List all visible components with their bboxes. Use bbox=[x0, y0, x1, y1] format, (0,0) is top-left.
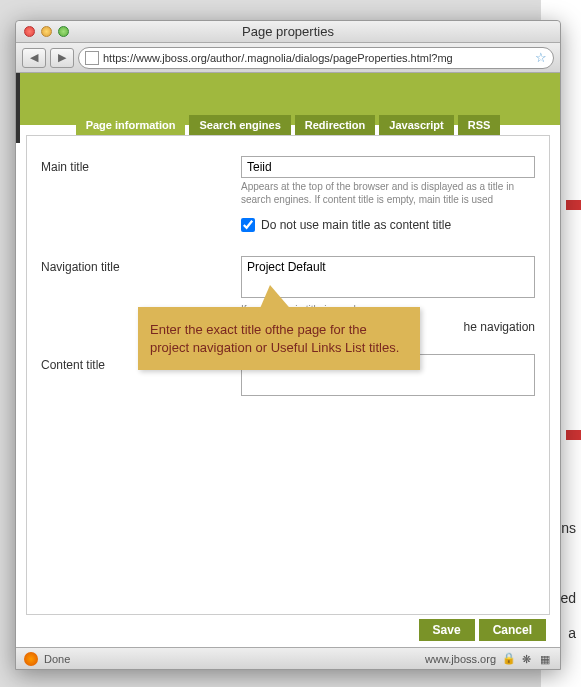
chevron-left-icon: ◀ bbox=[30, 51, 38, 64]
main-title-label: Main title bbox=[41, 156, 241, 250]
background-strip bbox=[566, 200, 581, 210]
background-text-fragment: a bbox=[568, 625, 576, 641]
traffic-lights bbox=[16, 26, 69, 37]
cancel-button[interactable]: Cancel bbox=[479, 619, 546, 641]
tab-page-information[interactable]: Page information bbox=[76, 115, 186, 135]
url-bar[interactable]: https://www.jboss.org/author/.magnolia/d… bbox=[78, 47, 554, 69]
nav-checkbox-label-partial: he navigation bbox=[464, 320, 535, 334]
page-content: Page information Search engines Redirect… bbox=[16, 73, 560, 647]
browser-window: Page properties ◀ ▶ https://www.jboss.or… bbox=[15, 20, 561, 670]
window-titlebar[interactable]: Page properties bbox=[16, 21, 560, 43]
url-text: https://www.jboss.org/author/.magnolia/d… bbox=[103, 52, 531, 64]
callout-arrow-icon bbox=[258, 285, 294, 313]
dialog-tabs: Page information Search engines Redirect… bbox=[16, 115, 560, 135]
forward-button[interactable]: ▶ bbox=[50, 48, 74, 68]
main-title-help: Appears at the top of the browser and is… bbox=[241, 180, 535, 206]
minimize-button[interactable] bbox=[41, 26, 52, 37]
tab-redirection[interactable]: Redirection bbox=[295, 115, 376, 135]
close-button[interactable] bbox=[24, 26, 35, 37]
status-bar: Done www.jboss.org 🔒 ❋ ▦ bbox=[16, 647, 560, 669]
firefox-icon bbox=[24, 652, 38, 666]
lock-icon: 🔒 bbox=[502, 652, 516, 665]
plugin-icon[interactable]: ❋ bbox=[522, 653, 534, 665]
save-button[interactable]: Save bbox=[419, 619, 475, 641]
background-strip bbox=[566, 430, 581, 440]
dialog-buttons: Save Cancel bbox=[419, 619, 546, 641]
tab-search-engines[interactable]: Search engines bbox=[189, 115, 290, 135]
status-domain: www.jboss.org bbox=[425, 653, 496, 665]
main-title-row: Main title Appears at the top of the bro… bbox=[41, 156, 535, 250]
bookmark-star-icon[interactable]: ☆ bbox=[535, 50, 547, 65]
main-title-input[interactable] bbox=[241, 156, 535, 178]
tooltip-callout: Enter the exact title ofthe page for the… bbox=[138, 307, 420, 370]
zoom-button[interactable] bbox=[58, 26, 69, 37]
tab-rss[interactable]: RSS bbox=[458, 115, 501, 135]
background-text-fragment: ns bbox=[561, 520, 576, 536]
page-icon bbox=[85, 51, 99, 65]
tab-javascript[interactable]: Javascript bbox=[379, 115, 453, 135]
form-panel: Main title Appears at the top of the bro… bbox=[26, 135, 550, 615]
browser-toolbar: ◀ ▶ https://www.jboss.org/author/.magnol… bbox=[16, 43, 560, 73]
no-main-title-checkbox[interactable] bbox=[241, 218, 255, 232]
addon-icon[interactable]: ▦ bbox=[540, 653, 552, 665]
back-button[interactable]: ◀ bbox=[22, 48, 46, 68]
callout-text: Enter the exact title ofthe page for the… bbox=[150, 322, 399, 355]
chevron-right-icon: ▶ bbox=[58, 51, 66, 64]
no-main-title-label: Do not use main title as content title bbox=[261, 218, 451, 232]
status-text: Done bbox=[44, 653, 70, 665]
window-title: Page properties bbox=[16, 24, 560, 39]
